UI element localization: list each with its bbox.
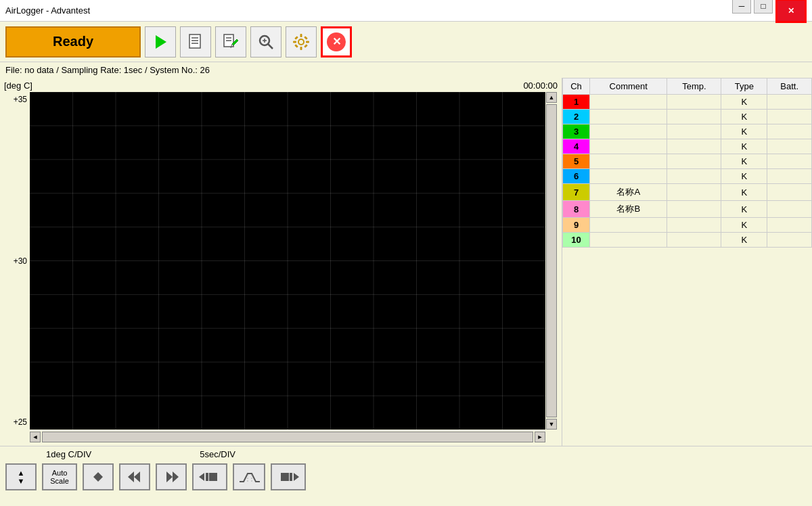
ch-cell-1: 1 [563, 95, 590, 110]
up-arrow-icon: ▲ [18, 469, 25, 477]
batt-cell-4 [767, 139, 812, 154]
table-row: 7名称AK [563, 184, 812, 201]
prev-button[interactable] [119, 463, 150, 490]
batt-cell-9 [767, 218, 812, 233]
svg-marker-29 [173, 472, 179, 482]
memo-button[interactable] [180, 26, 211, 58]
ch-cell-6: 6 [563, 169, 590, 184]
table-row: 1K [563, 95, 812, 110]
next-icon [162, 469, 181, 484]
window-controls: ─ □ ✕ [732, 0, 807, 23]
scroll-up-arrow[interactable]: ▲ [546, 92, 557, 103]
y-min-label: +25 [4, 417, 27, 427]
type-cell-9: K [721, 218, 767, 233]
back-step-icon [198, 469, 222, 484]
scroll-left-arrow[interactable]: ◄ [30, 432, 41, 442]
type-cell-1: K [721, 95, 767, 110]
table-row: 6K [563, 169, 812, 184]
batt-cell-7 [767, 184, 812, 201]
col-header-batt: Batt. [767, 78, 812, 95]
svg-rect-19 [306, 41, 309, 43]
comment-cell-3 [590, 124, 667, 139]
restore-button[interactable]: □ [754, 0, 773, 14]
settings-button[interactable] [286, 26, 317, 58]
type-cell-5: K [721, 154, 767, 169]
svg-rect-37 [281, 473, 289, 481]
minimize-button[interactable]: ─ [732, 0, 751, 14]
stop-icon: ✕ [327, 32, 346, 51]
close-button[interactable]: ✕ [775, 0, 807, 23]
batt-cell-6 [767, 169, 812, 184]
ch-cell-7: 7 [563, 184, 590, 201]
svg-rect-17 [300, 47, 302, 50]
scroll-down-arrow[interactable]: ▼ [546, 419, 557, 430]
comment-cell-1 [590, 95, 667, 110]
svg-line-11 [268, 44, 273, 49]
svg-rect-22 [294, 44, 298, 48]
table-header-row: Ch Comment Temp. Type Batt. [563, 78, 812, 95]
scroll-right-arrow[interactable]: ► [535, 432, 545, 442]
table-row: 2K [563, 110, 812, 124]
auto-scale-button[interactable]: Auto Scale [42, 463, 77, 490]
temp-cell-10 [667, 233, 721, 248]
ch-cell-10: 10 [563, 233, 590, 248]
main-area: [deg C] 00:00:00 +35 +30 +25 ▲ ▼ ◄ ► [0, 78, 812, 446]
batt-cell-3 [767, 124, 812, 139]
bottom-area: 1deg C/DIV 5sec/DIV ▲ ▼ Auto Scale [0, 446, 812, 506]
svg-point-15 [299, 40, 303, 44]
x-scale-label: 1deg C/DIV [46, 449, 91, 459]
comment-cell-2 [590, 110, 667, 124]
svg-rect-31 [206, 473, 208, 481]
search-button[interactable] [250, 26, 281, 58]
type-cell-2: K [721, 110, 767, 124]
svg-marker-30 [199, 473, 204, 481]
chart-wrapper: +35 +30 +25 ▲ ▼ [4, 92, 558, 430]
compress-v-button[interactable] [83, 463, 114, 490]
scroll-track-horizontal[interactable] [42, 432, 533, 442]
type-cell-7: K [721, 184, 767, 201]
file-info-text: File: no data / Sampling Rate: 1sec / Sy… [5, 65, 210, 75]
col-header-comment: Comment [590, 78, 667, 95]
forward-step-button[interactable] [271, 463, 306, 490]
type-cell-6: K [721, 169, 767, 184]
svg-marker-25 [93, 477, 103, 482]
svg-rect-23 [304, 44, 308, 48]
window-title: AirLogger - Advantest [5, 5, 90, 16]
temp-cell-9 [667, 218, 721, 233]
time-scale-label: 5sec/DIV [200, 449, 235, 459]
next-button[interactable] [156, 463, 187, 490]
back-step-button[interactable] [192, 463, 227, 490]
scroll-track-vertical[interactable] [546, 104, 557, 417]
down-arrow-icon: ▼ [18, 477, 25, 485]
stop-button[interactable]: ✕ [321, 26, 352, 58]
table-row: 4K [563, 139, 812, 154]
chart-time: 00:00:00 [523, 80, 558, 91]
start-button[interactable] [145, 26, 176, 58]
batt-cell-5 [767, 154, 812, 169]
auto-scale-label: Auto [52, 469, 68, 477]
ch-cell-3: 3 [563, 124, 590, 139]
svg-marker-24 [93, 472, 103, 477]
curve-icon [238, 469, 260, 484]
comment-cell-5 [590, 154, 667, 169]
edit-button[interactable] [215, 26, 246, 58]
data-table: Ch Comment Temp. Type Batt. 1K2K3K4K5K6K… [562, 78, 812, 248]
batt-cell-10 [767, 233, 812, 248]
table-row: 9K [563, 218, 812, 233]
table-row: 3K [563, 124, 812, 139]
table-row: 5K [563, 154, 812, 169]
ch-cell-5: 5 [563, 154, 590, 169]
ch-cell-4: 4 [563, 139, 590, 154]
gear-icon [292, 32, 311, 51]
ready-button[interactable]: Ready [5, 26, 141, 58]
table-row: 10K [563, 233, 812, 248]
updown-button[interactable]: ▲ ▼ [5, 463, 37, 490]
svg-rect-32 [209, 473, 217, 481]
document-icon [187, 33, 204, 51]
compress-v-icon [91, 469, 106, 484]
type-cell-10: K [721, 233, 767, 248]
chart-scrollbar-bottom: ◄ ► [4, 431, 558, 443]
curve-button[interactable] [233, 463, 265, 490]
chart-scrollbar-right: ▲ ▼ [545, 92, 558, 430]
title-bar: AirLogger - Advantest ─ □ ✕ [0, 0, 812, 22]
